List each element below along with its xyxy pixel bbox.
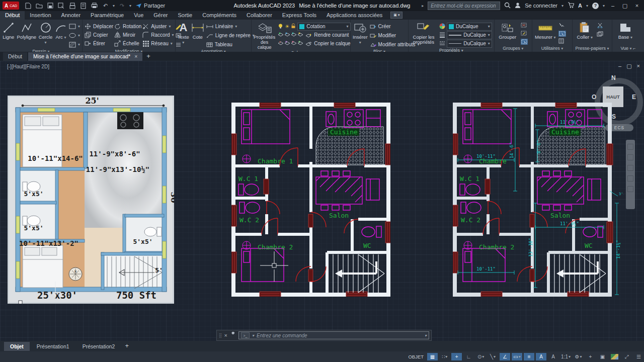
group-select-icon[interactable] bbox=[521, 39, 528, 45]
tab-sortie[interactable]: Sortie bbox=[173, 11, 197, 20]
cart-icon[interactable] bbox=[568, 2, 574, 9]
search-scope-chevron-icon[interactable]: ▸ bbox=[422, 4, 424, 8]
line-button[interactable]: Ligne bbox=[2, 21, 15, 40]
file-tab-current[interactable]: Mise à l'échelle d'une image sur autocad… bbox=[28, 52, 142, 61]
workspace-gear-button[interactable]: ⚙▾ bbox=[573, 353, 584, 360]
clean-screen-button[interactable]: ⤢ bbox=[621, 353, 632, 360]
close-button[interactable]: × bbox=[633, 3, 641, 9]
polyline-button[interactable]: Polyligne bbox=[17, 21, 37, 40]
tab-debut[interactable]: Début bbox=[0, 11, 25, 20]
space-mode-label[interactable]: OBJET bbox=[408, 354, 424, 359]
save-icon[interactable] bbox=[46, 2, 54, 10]
command-bar-grip[interactable]: ⣿ bbox=[219, 333, 222, 338]
move-button[interactable]: Déplacer bbox=[85, 23, 113, 30]
compass-east[interactable]: E bbox=[632, 94, 636, 101]
group-button[interactable]: Grouper bbox=[497, 21, 519, 40]
lineweight-toggle[interactable]: ≡ bbox=[524, 353, 534, 360]
tab-insertion[interactable]: Insertion bbox=[25, 11, 56, 20]
redo-icon[interactable]: ↷ bbox=[118, 2, 126, 10]
trim-button[interactable]: Ajuster ▾ bbox=[142, 23, 174, 30]
autocad-logo[interactable]: ACAD bbox=[3, 2, 19, 10]
tab-complements[interactable]: Compléments bbox=[197, 11, 242, 20]
table-button[interactable]: Tableau bbox=[206, 41, 255, 48]
linear-dim-button[interactable]: Linéaire ▾ bbox=[206, 23, 255, 30]
fillet-button[interactable]: Raccord ▾ bbox=[142, 31, 174, 39]
select-all-icon[interactable] bbox=[558, 31, 566, 37]
layout-tab-presentation1[interactable]: Présentation1 bbox=[31, 342, 75, 351]
command-input[interactable]: >_ ▾ Entrez une commande ▾ bbox=[238, 331, 429, 339]
undo-icon[interactable]: ↶ bbox=[102, 2, 109, 10]
help-icon[interactable]: ? bbox=[592, 3, 599, 9]
copy-button[interactable]: Copier bbox=[85, 31, 113, 39]
qa-customize-chevron-icon[interactable]: ▾ bbox=[129, 4, 131, 8]
drawing-canvas[interactable]: [-][Haut][Filaire 2D] – ▢ × N O E S HAUT… bbox=[0, 61, 644, 341]
maximize-button[interactable]: ▢ bbox=[621, 3, 629, 9]
cut-icon[interactable] bbox=[597, 23, 603, 29]
tab-vue[interactable]: Vue bbox=[129, 11, 148, 20]
layer-thaw-icon[interactable]: ☀ bbox=[285, 24, 289, 29]
vp-restore-icon[interactable]: ▢ bbox=[626, 63, 631, 69]
layer-row-icons-1[interactable] bbox=[278, 32, 304, 38]
panel-groupes-title[interactable]: Groupes ▾ bbox=[495, 45, 532, 52]
arc-button[interactable]: Arc ▾ bbox=[55, 21, 67, 40]
annotation-visibility-toggle[interactable]: A bbox=[536, 353, 546, 360]
grid-toggle[interactable]: ▦ bbox=[427, 353, 438, 360]
layer-properties-button[interactable]: Propriétés des calque bbox=[254, 21, 275, 50]
measure-button[interactable]: Mesurer ▾ bbox=[534, 21, 556, 40]
command-history-chevron-icon[interactable]: ▾ bbox=[252, 333, 254, 338]
ungroup-icon[interactable] bbox=[521, 23, 528, 29]
user-icon[interactable] bbox=[515, 2, 521, 9]
search-icon[interactable] bbox=[504, 2, 511, 10]
dimension-button[interactable]: Cote bbox=[191, 21, 204, 40]
vp-minimize-icon[interactable]: – bbox=[618, 63, 621, 69]
compass-north[interactable]: N bbox=[611, 74, 616, 81]
count-icon[interactable] bbox=[558, 38, 566, 45]
cad-floorplan-1[interactable]: Chambre 1 Cuisine W.C 1 W.C 2 Chambre 2 … bbox=[231, 103, 390, 297]
share-button[interactable]: Partager bbox=[135, 3, 165, 9]
circle-button[interactable]: Cercle ▾ bbox=[38, 21, 53, 45]
compass-west[interactable]: O bbox=[592, 94, 596, 101]
layer-row-icons-2[interactable] bbox=[278, 40, 304, 47]
ellipse-tool-icon[interactable]: ▾ bbox=[69, 32, 80, 39]
autoscale-toggle[interactable]: A bbox=[548, 353, 558, 360]
print-icon[interactable] bbox=[91, 2, 98, 10]
cad-floorplan-2[interactable]: 11'-9¾" 8'-6" 10'-11" 14'-6" 11'-9¾" 13'… bbox=[453, 103, 624, 297]
panel-presse-papiers-title[interactable]: Presse-papiers ▾ bbox=[573, 45, 612, 52]
object-snap-tracking-toggle[interactable]: ╲▾ bbox=[488, 353, 498, 360]
command-prompt-icon[interactable]: >_ bbox=[241, 332, 250, 338]
rotate-button[interactable]: Rotation bbox=[114, 23, 141, 30]
viewport-controls[interactable]: [-][Haut][Filaire 2D] bbox=[7, 64, 49, 69]
file-tab-start[interactable]: Début bbox=[3, 52, 27, 61]
dynamic-input-toggle[interactable]: + bbox=[451, 353, 462, 360]
text-button[interactable]: ATexte ▾ bbox=[178, 21, 189, 45]
base-view-button[interactable]: Base ▾ bbox=[614, 21, 636, 40]
autodesk-app-chevron-icon[interactable]: ▾ bbox=[586, 4, 588, 8]
snap-toggle[interactable]: ∷▾ bbox=[439, 353, 450, 360]
graphics-performance-button[interactable] bbox=[609, 353, 620, 360]
command-expand-chevron-icon[interactable]: ▾ bbox=[425, 333, 427, 338]
layout-tab-model[interactable]: Objet bbox=[4, 342, 30, 351]
polar-tracking-toggle[interactable]: ⊙▾ bbox=[475, 353, 486, 360]
panel-utilitaires-title[interactable]: Utilitaires ▾ bbox=[532, 45, 572, 52]
color-select[interactable]: DuCalque▾ bbox=[447, 23, 492, 31]
ortho-toggle[interactable]: ∟ bbox=[463, 353, 474, 360]
sign-in-button[interactable]: Se connecter bbox=[525, 3, 557, 9]
panel-vue-title[interactable]: Vue ▾ ⌐ bbox=[612, 45, 644, 52]
isolate-objects-button[interactable]: ▣ bbox=[597, 353, 608, 360]
stretch-button[interactable]: Étirer bbox=[85, 40, 113, 47]
command-bar[interactable]: ⣿ × >_ ▾ Entrez une commande ▾ bbox=[216, 330, 432, 341]
undo-chevron-icon[interactable]: ▾ bbox=[113, 4, 115, 8]
match-properties-button[interactable]: Copier les propriétés bbox=[411, 21, 437, 45]
sheet-icon[interactable] bbox=[79, 2, 87, 10]
plot-icon[interactable] bbox=[68, 2, 76, 10]
mirror-button[interactable]: Miroir bbox=[114, 31, 141, 39]
paste-button[interactable]: Coller ▾ bbox=[575, 21, 595, 40]
array-button[interactable]: Réseau ▾ bbox=[142, 40, 174, 47]
tab-annoter[interactable]: Annoter bbox=[56, 11, 86, 20]
lineweight-select[interactable]: DuCalque▾ bbox=[447, 31, 492, 39]
tab-applications[interactable]: Applications associées bbox=[321, 11, 387, 20]
ribbon-display-toggle[interactable]: ▣ ▾ bbox=[390, 12, 403, 19]
scale-button[interactable]: Échelle bbox=[114, 40, 141, 47]
tab-collaborer[interactable]: Collaborer bbox=[242, 11, 277, 20]
rectangle-tool-icon[interactable]: ▾ bbox=[69, 23, 80, 30]
